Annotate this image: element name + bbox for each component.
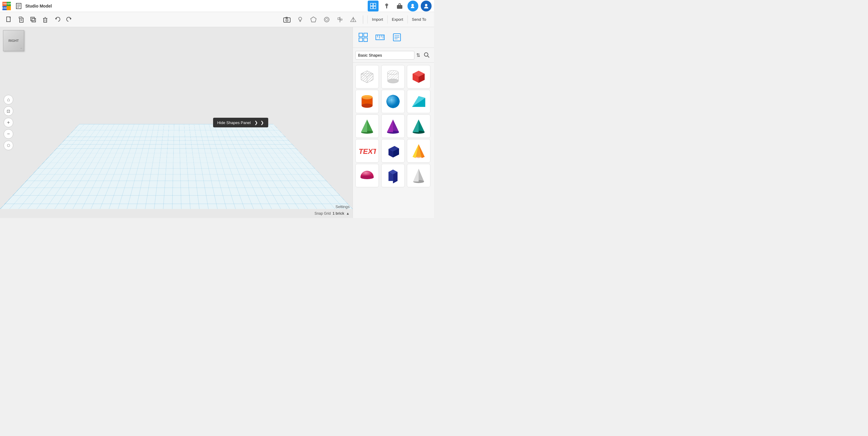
- box-hole-icon: [358, 68, 376, 86]
- shape-pyramid-yellow[interactable]: [407, 139, 430, 163]
- person-add-icon: [410, 3, 415, 9]
- snap-bar: Snap Grid 1 brick ▲: [314, 211, 350, 215]
- shape-prism[interactable]: [381, 164, 405, 187]
- shape-cone-purple[interactable]: [381, 114, 405, 138]
- svg-rect-46: [359, 33, 363, 37]
- search-button[interactable]: [422, 50, 432, 60]
- doc-icon-button[interactable]: [13, 1, 24, 11]
- svg-rect-5: [373, 3, 376, 6]
- cone-teal-icon: [410, 117, 428, 135]
- avatar-button[interactable]: [421, 1, 432, 11]
- wedge-icon: [410, 93, 428, 110]
- svg-rect-49: [364, 38, 367, 41]
- shape-box-hole[interactable]: [355, 65, 379, 89]
- svg-marker-38: [311, 17, 316, 22]
- main: RIGHT ↔ ⌂ ⊡ + − ⬡ Hide Shapes Panel ❯ Se…: [0, 27, 434, 218]
- shape-cylinder[interactable]: [355, 90, 379, 113]
- tools-button[interactable]: [381, 1, 392, 11]
- svg-point-40: [326, 19, 328, 21]
- shape-box-red[interactable]: [407, 65, 430, 89]
- hide-shapes-tooltip[interactable]: Hide Shapes Panel ❯: [213, 118, 268, 127]
- svg-point-79: [362, 95, 373, 99]
- shape-cone-gray[interactable]: [407, 164, 430, 187]
- svg-marker-93: [387, 120, 393, 132]
- undo-icon: [54, 16, 61, 23]
- cylinder-icon: [358, 93, 376, 110]
- logo-fourth: [7, 6, 11, 10]
- briefcase-icon: [396, 3, 403, 9]
- canvas-area[interactable]: RIGHT ↔ ⌂ ⊡ + − ⬡ Hide Shapes Panel ❯ Se…: [0, 27, 352, 218]
- svg-marker-29: [55, 18, 57, 20]
- svg-point-35: [299, 17, 302, 20]
- text-icon: TEXT: [358, 142, 376, 160]
- right-panel: Basic Shapes Letters Numbers Math ⇅: [352, 27, 434, 218]
- svg-marker-114: [413, 169, 418, 181]
- svg-rect-6: [370, 6, 373, 9]
- new-button[interactable]: [4, 14, 14, 25]
- tab-ruler[interactable]: [373, 30, 387, 44]
- projects-button[interactable]: [394, 1, 405, 11]
- camera-button[interactable]: [281, 14, 292, 25]
- shape-cone-teal[interactable]: [407, 114, 430, 138]
- svg-rect-24: [44, 19, 47, 22]
- shape-wedge[interactable]: [407, 90, 430, 113]
- cone-green-icon: [358, 117, 376, 135]
- svg-point-59: [424, 53, 428, 56]
- pyramid-yellow-icon: [410, 142, 428, 160]
- hammer-icon: [383, 3, 390, 9]
- light-button[interactable]: [295, 14, 306, 25]
- shape-sphere[interactable]: [381, 90, 405, 113]
- shape-dropdown[interactable]: Basic Shapes Letters Numbers Math: [355, 51, 414, 60]
- shape-cylinder-hole[interactable]: [381, 65, 405, 89]
- tab-grid[interactable]: [356, 30, 370, 44]
- svg-point-34: [287, 20, 287, 21]
- toolbar: Import Export Send To: [0, 12, 434, 27]
- paste-button[interactable]: [16, 14, 27, 25]
- align-v-button[interactable]: [335, 14, 345, 25]
- prism-icon: [384, 167, 402, 185]
- shapes-grid: TEXT: [353, 63, 434, 190]
- circle-button[interactable]: [321, 14, 332, 25]
- snap-arrow-icon[interactable]: ▲: [346, 211, 350, 215]
- shape-box-navy[interactable]: [381, 139, 405, 163]
- redo-icon: [66, 16, 73, 23]
- add-user-button[interactable]: [407, 1, 418, 11]
- topbar: TIN KER CAD Studio Model: [0, 0, 434, 12]
- delete-button[interactable]: [40, 14, 51, 25]
- tab-list[interactable]: [390, 30, 404, 44]
- search-icon: [424, 52, 430, 58]
- pentagon-icon: [310, 16, 317, 23]
- logo-cad: CAD: [2, 6, 7, 10]
- grid-plane: [0, 124, 352, 209]
- zoom-in-button[interactable]: +: [4, 118, 13, 127]
- send-to-button[interactable]: Send To: [407, 15, 430, 24]
- shape-text[interactable]: TEXT: [355, 139, 379, 163]
- duplicate-button[interactable]: [28, 14, 38, 25]
- export-button[interactable]: Export: [387, 15, 407, 24]
- half-sphere-icon: [358, 167, 376, 185]
- home-button[interactable]: ⌂: [4, 95, 13, 104]
- svg-rect-10: [385, 4, 388, 5]
- shape-half-sphere[interactable]: [355, 164, 379, 187]
- svg-point-82: [386, 95, 400, 108]
- grid-view-button[interactable]: [368, 1, 378, 11]
- light-icon: [297, 16, 303, 23]
- redo-button[interactable]: [64, 14, 75, 25]
- svg-marker-45: [353, 18, 356, 22]
- svg-rect-7: [373, 6, 376, 9]
- import-button[interactable]: Import: [367, 15, 387, 24]
- shape-cone-green[interactable]: [355, 114, 379, 138]
- svg-marker-30: [70, 18, 71, 20]
- svg-rect-48: [359, 38, 363, 41]
- svg-marker-90: [361, 120, 367, 132]
- 3d-view-button[interactable]: ⬡: [4, 141, 13, 150]
- shield-button[interactable]: [308, 14, 319, 25]
- undo-button[interactable]: [52, 14, 63, 25]
- svg-marker-96: [412, 120, 418, 132]
- mirror-button[interactable]: [348, 14, 359, 25]
- new-icon: [6, 16, 12, 23]
- fit-button[interactable]: ⊡: [4, 106, 13, 116]
- settings-label[interactable]: Settings: [336, 204, 350, 209]
- zoom-out-button[interactable]: −: [4, 129, 13, 139]
- svg-point-68: [388, 79, 398, 83]
